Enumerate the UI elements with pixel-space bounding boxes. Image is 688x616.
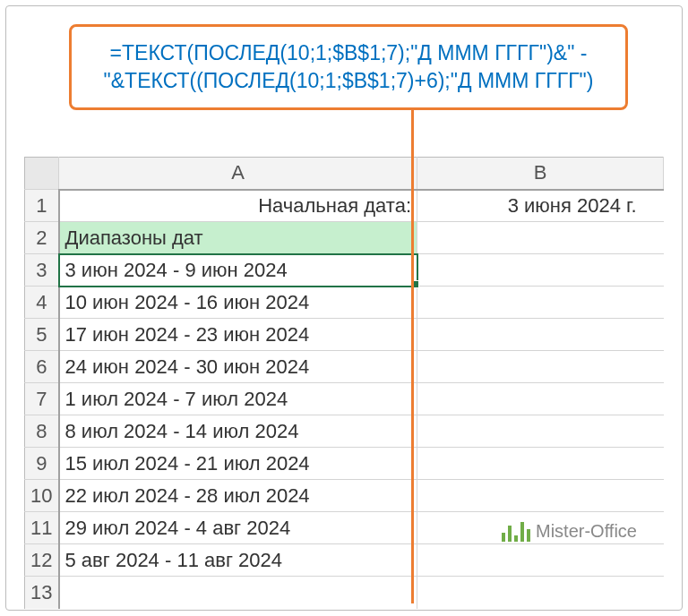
cell-A6[interactable]: 24 июн 2024 - 30 июн 2024 (59, 351, 417, 383)
row-header-8[interactable]: 8 (25, 415, 59, 448)
row-header-13[interactable]: 13 (25, 577, 59, 609)
formula-callout: =ТЕКСТ(ПОСЛЕД(10;1;$B$1;7);"Д МММ ГГГГ")… (69, 24, 628, 110)
cell-B4[interactable] (417, 287, 664, 319)
row-header-11[interactable]: 11 (25, 512, 59, 544)
cell-B12[interactable] (417, 544, 664, 577)
logo-text: Mister-Office (536, 521, 637, 542)
logo-bars-icon (502, 522, 530, 542)
cell-B3[interactable] (417, 254, 664, 287)
row-header-6[interactable]: 6 (25, 351, 59, 383)
cell-B2[interactable] (417, 222, 664, 254)
row-header-10[interactable]: 10 (25, 480, 59, 512)
row-header-12[interactable]: 12 (25, 544, 59, 577)
col-header-A[interactable]: A (59, 158, 417, 190)
cell-B6[interactable] (417, 351, 664, 383)
row-header-3[interactable]: 3 (25, 254, 59, 287)
cell-A9[interactable]: 15 июл 2024 - 21 июл 2024 (59, 448, 417, 480)
cell-A4[interactable]: 10 июн 2024 - 16 июн 2024 (59, 287, 417, 319)
row-header-9[interactable]: 9 (25, 448, 59, 480)
cell-A5[interactable]: 17 июн 2024 - 23 июн 2024 (59, 319, 417, 351)
cell-A10[interactable]: 22 июл 2024 - 28 июл 2024 (59, 480, 417, 512)
cell-B1[interactable]: 3 июня 2024 г. (417, 190, 664, 222)
row-header-5[interactable]: 5 (25, 319, 59, 351)
row-header-7[interactable]: 7 (25, 383, 59, 415)
cell-B7[interactable] (417, 383, 664, 415)
cell-A13[interactable] (59, 577, 417, 609)
cell-B8[interactable] (417, 415, 664, 448)
cell-A3[interactable]: 3 июн 2024 - 9 июн 2024 (59, 254, 417, 287)
row-header-2[interactable]: 2 (25, 222, 59, 254)
cell-A12[interactable]: 5 авг 2024 - 11 авг 2024 (59, 544, 417, 577)
cell-A8[interactable]: 8 июл 2024 - 14 июл 2024 (59, 415, 417, 448)
cell-A1[interactable]: Начальная дата: (59, 190, 417, 222)
formula-text-line1: =ТЕКСТ(ПОСЛЕД(10;1;$B$1;7);"Д МММ ГГГГ")… (90, 39, 607, 67)
callout-arrow-line (411, 102, 414, 603)
col-header-B[interactable]: B (417, 158, 664, 190)
cell-A7[interactable]: 1 июл 2024 - 7 июл 2024 (59, 383, 417, 415)
formula-text-line2: "&ТЕКСТ((ПОСЛЕД(10;1;$B$1;7)+6);"Д МММ Г… (90, 67, 607, 95)
watermark: Mister-Office (502, 521, 637, 542)
cell-A2[interactable]: Диапазоны дат (59, 222, 417, 254)
row-header-1[interactable]: 1 (25, 190, 59, 222)
select-all-corner[interactable] (25, 158, 59, 190)
cell-B5[interactable] (417, 319, 664, 351)
cell-A11[interactable]: 29 июл 2024 - 4 авг 2024 (59, 512, 417, 544)
cell-B13[interactable] (417, 577, 664, 609)
cell-B10[interactable] (417, 480, 664, 512)
cell-B9[interactable] (417, 448, 664, 480)
row-header-4[interactable]: 4 (25, 287, 59, 319)
